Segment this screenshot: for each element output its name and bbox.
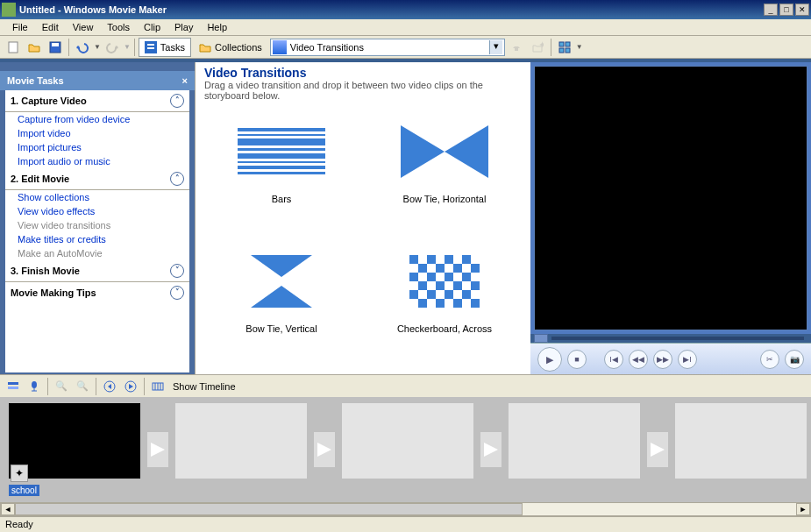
menu-edit[interactable]: Edit [35,22,66,32]
transition-slot[interactable] [147,432,168,467]
play-timeline-button[interactable] [121,377,140,396]
redo-button[interactable] [103,38,122,57]
storyboard[interactable]: ✦ school [0,397,811,502]
scroll-right-icon[interactable]: ► [796,503,810,515]
task-link[interactable]: View video effects [5,204,189,218]
snapshot-button[interactable]: 📷 [785,350,804,369]
open-button[interactable] [25,38,44,57]
menu-file[interactable]: File [5,22,35,32]
svg-rect-19 [238,172,325,174]
new-folder-button[interactable]: ✦ [528,38,547,57]
location-dropdown[interactable]: ▾ [270,39,505,56]
svg-rect-44 [436,299,445,308]
transition-slot[interactable] [480,432,502,467]
storyboard-clip-empty[interactable] [175,403,307,496]
next-button[interactable]: ▶I [678,350,697,369]
task-section-tips[interactable]: Movie Making Tips ˅ [5,282,189,303]
task-link[interactable]: Capture from video device [5,112,189,126]
svg-rect-2 [52,43,59,46]
tasks-toggle[interactable]: Tasks [139,38,191,57]
rewind-timeline-button[interactable] [100,377,119,396]
undo-button[interactable] [73,38,92,57]
forward-button[interactable]: ▶▶ [653,350,672,369]
window-title: Untitled - Windows Movie Maker [19,4,762,15]
svg-rect-43 [418,299,427,308]
task-box: 1. Capture Video ˄ Capture from video de… [5,90,189,372]
seek-track[interactable] [551,337,804,340]
task-section-finish[interactable]: 3. Finish Movie ˅ [5,260,189,282]
split-button[interactable]: ✂ [760,350,779,369]
task-link[interactable]: Import audio or music [5,154,189,168]
new-button[interactable] [4,38,23,57]
svg-rect-30 [471,264,480,273]
close-button[interactable]: ✕ [795,4,809,16]
show-timeline-icon[interactable] [148,377,167,396]
show-timeline-label[interactable]: Show Timeline [169,381,239,392]
collections-toggle[interactable]: Collections [193,38,268,57]
save-button[interactable] [46,38,65,57]
timeline-view-button[interactable] [4,377,23,396]
task-link[interactable]: Import pictures [5,140,189,154]
svg-rect-5 [147,47,154,49]
svg-rect-18 [238,166,325,169]
seek-handle-icon[interactable] [534,334,548,343]
scroll-track[interactable] [15,503,796,515]
tasks-icon [145,41,157,53]
menu-tools[interactable]: Tools [100,22,137,32]
transition-slot[interactable] [314,432,335,467]
transition-slot[interactable] [647,432,668,467]
scroll-left-icon[interactable]: ◄ [1,503,15,515]
transition-item[interactable]: Bow Tie, Vertical [204,245,359,365]
rewind-button[interactable]: ◀◀ [629,350,648,369]
zoom-out-button[interactable]: 🔍 [73,377,92,396]
task-section-capture[interactable]: 1. Capture Video ˄ [5,90,189,112]
transition-item[interactable]: Bow Tie, Horizontal [367,115,522,236]
svg-rect-45 [453,299,462,308]
transition-label: Bow Tie, Vertical [245,323,317,334]
views-dropdown-icon[interactable]: ▼ [576,43,583,51]
task-section-edit[interactable]: 2. Edit Movie ˄ [5,168,189,190]
svg-rect-17 [238,161,325,163]
play-button[interactable]: ▶ [537,347,562,372]
menu-play[interactable]: Play [167,22,200,32]
horizontal-scrollbar[interactable]: ◄ ► [0,502,811,516]
transition-item[interactable]: Checkerboard, Across [367,245,522,365]
scroll-thumb[interactable] [15,503,523,515]
location-input[interactable] [290,40,489,54]
task-link[interactable]: View video transitions [5,218,189,232]
storyboard-clip-empty[interactable] [342,403,473,496]
effects-icon[interactable]: ✦ [11,465,28,482]
narrate-button[interactable] [25,377,44,396]
transition-label: Bars [272,194,292,204]
chevron-up-icon[interactable]: ˄ [170,172,184,186]
app-icon [2,3,16,17]
storyboard-clip-empty[interactable] [675,403,807,496]
stop-button[interactable]: ■ [567,350,587,369]
chevron-down-icon[interactable]: ˅ [170,286,184,300]
menu-clip[interactable]: Clip [137,22,167,32]
menu-view[interactable]: View [66,22,101,32]
maximize-button[interactable]: □ [779,4,793,16]
collection-subtitle: Drag a video transition and drop it betw… [196,80,530,106]
dropdown-arrow-icon[interactable]: ▾ [489,40,502,54]
views-button[interactable] [555,38,574,57]
chevron-down-icon[interactable]: ˅ [170,264,184,278]
task-pane-close-icon[interactable]: × [182,75,188,86]
prev-button[interactable]: I◀ [604,350,623,369]
up-button[interactable] [507,38,526,57]
svg-rect-16 [238,153,325,159]
minimize-button[interactable]: _ [764,4,778,16]
storyboard-clip[interactable]: ✦ school [9,403,140,496]
svg-rect-8 [566,42,570,46]
zoom-in-button[interactable]: 🔍 [52,377,71,396]
undo-dropdown-icon[interactable]: ▼ [94,43,101,51]
storyboard-clip-empty[interactable] [509,403,640,496]
task-link[interactable]: Make titles or credits [5,232,189,246]
svg-rect-14 [238,138,325,145]
transition-item[interactable]: Bars [204,115,359,236]
chevron-up-icon[interactable]: ˄ [170,94,184,108]
task-link[interactable]: Make an AutoMovie [5,246,189,260]
task-link[interactable]: Show collections [5,190,189,204]
menu-help[interactable]: Help [200,22,234,32]
task-link[interactable]: Import video [5,126,189,140]
